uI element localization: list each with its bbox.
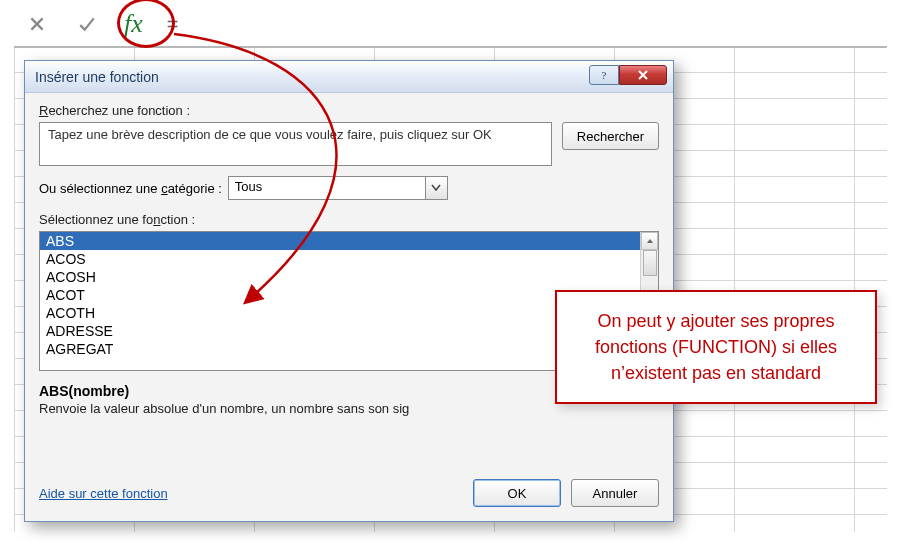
category-label: Ou sélectionnez une catégorie :: [39, 181, 222, 196]
cancel-dialog-button[interactable]: Annuler: [571, 479, 659, 507]
scroll-thumb[interactable]: [643, 250, 657, 276]
dialog-title: Insérer une fonction: [35, 69, 159, 85]
list-item[interactable]: ABS: [40, 232, 658, 250]
list-item[interactable]: ACOS: [40, 250, 658, 268]
cancel-formula-icon[interactable]: [24, 11, 50, 37]
search-input[interactable]: Tapez une brève description de ce que vo…: [39, 122, 552, 166]
help-button[interactable]: ?: [589, 65, 619, 85]
ok-button[interactable]: OK: [473, 479, 561, 507]
enter-formula-icon[interactable]: [74, 11, 100, 37]
close-button[interactable]: [619, 65, 667, 85]
dialog-titlebar[interactable]: Insérer une fonction ?: [25, 61, 673, 93]
chevron-down-icon[interactable]: [425, 177, 447, 199]
insert-function-icon[interactable]: fx: [124, 9, 143, 39]
formula-equals: =: [167, 13, 179, 36]
search-label: Recherchez une fonction :: [39, 103, 659, 118]
help-link[interactable]: Aide sur cette fonction: [39, 486, 168, 501]
svg-text:?: ?: [602, 69, 607, 81]
category-value: Tous: [228, 176, 448, 200]
search-button[interactable]: Rechercher: [562, 122, 659, 150]
scroll-up-icon[interactable]: [641, 232, 658, 250]
annotation-callout: On peut y ajouter ses propres fonctions …: [555, 290, 877, 404]
list-item[interactable]: ACOSH: [40, 268, 658, 286]
category-select[interactable]: Tous: [228, 176, 448, 200]
select-function-label: Sélectionnez une fonction :: [39, 212, 659, 227]
formula-bar: fx =: [14, 2, 887, 48]
